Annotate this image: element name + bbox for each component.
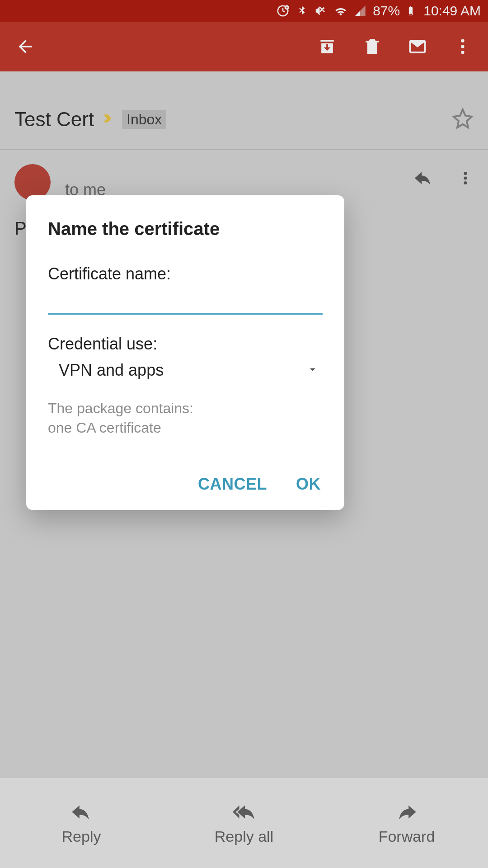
credential-use-dropdown[interactable]: VPN and apps xyxy=(48,356,323,384)
screen: + 87% 10:49 AM xyxy=(0,0,488,868)
reply-all-button[interactable]: Reply all xyxy=(163,778,325,868)
reply-label: Reply xyxy=(62,828,101,845)
forward-label: Forward xyxy=(379,828,435,845)
forward-button[interactable]: Forward xyxy=(325,778,488,868)
dropdown-caret-icon xyxy=(306,361,319,380)
dialog-note: The package contains: one CA certificate xyxy=(48,399,323,438)
dialog-actions: CANCEL OK xyxy=(48,475,323,494)
certificate-dialog: Name the certificate Certificate name: C… xyxy=(26,195,344,510)
forward-icon xyxy=(395,801,418,823)
dialog-title: Name the certificate xyxy=(48,219,323,239)
ok-button[interactable]: OK xyxy=(296,475,321,494)
credential-use-selected: VPN and apps xyxy=(59,361,164,380)
dialog-note-line1: The package contains: xyxy=(48,399,323,418)
cert-name-label: Certificate name: xyxy=(48,264,323,283)
reply-all-label: Reply all xyxy=(215,828,273,845)
cert-name-input[interactable] xyxy=(48,286,323,315)
reply-button[interactable]: Reply xyxy=(0,778,163,868)
reply-icon xyxy=(70,801,93,823)
reply-all-icon xyxy=(233,801,255,823)
dialog-note-line2: one CA certificate xyxy=(48,418,323,438)
credential-use-label: Credential use: xyxy=(48,335,323,354)
cancel-button[interactable]: CANCEL xyxy=(198,475,267,494)
bottom-action-bar: Reply Reply all Forward xyxy=(0,778,488,868)
